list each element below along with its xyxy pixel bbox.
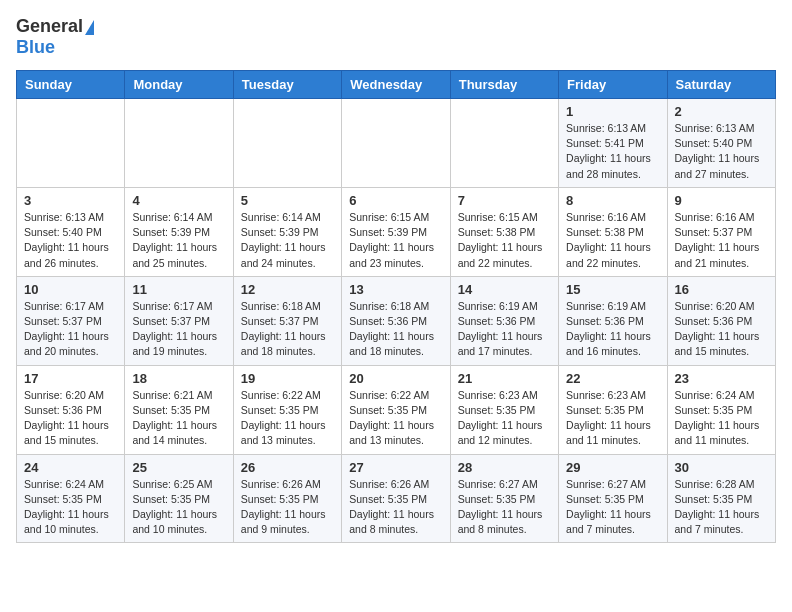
day-number: 21: [458, 371, 551, 386]
calendar-cell: 28Sunrise: 6:27 AM Sunset: 5:35 PM Dayli…: [450, 454, 558, 543]
day-info: Sunrise: 6:18 AM Sunset: 5:36 PM Dayligh…: [349, 299, 442, 360]
calendar-cell: 2Sunrise: 6:13 AM Sunset: 5:40 PM Daylig…: [667, 99, 775, 188]
calendar-cell: [17, 99, 125, 188]
calendar-cell: 17Sunrise: 6:20 AM Sunset: 5:36 PM Dayli…: [17, 365, 125, 454]
calendar-cell: 12Sunrise: 6:18 AM Sunset: 5:37 PM Dayli…: [233, 276, 341, 365]
calendar-cell: 23Sunrise: 6:24 AM Sunset: 5:35 PM Dayli…: [667, 365, 775, 454]
day-info: Sunrise: 6:23 AM Sunset: 5:35 PM Dayligh…: [458, 388, 551, 449]
calendar-cell: 21Sunrise: 6:23 AM Sunset: 5:35 PM Dayli…: [450, 365, 558, 454]
calendar-cell: 22Sunrise: 6:23 AM Sunset: 5:35 PM Dayli…: [559, 365, 667, 454]
logo: General Blue: [16, 16, 94, 58]
calendar-cell: 30Sunrise: 6:28 AM Sunset: 5:35 PM Dayli…: [667, 454, 775, 543]
day-number: 3: [24, 193, 117, 208]
day-info: Sunrise: 6:19 AM Sunset: 5:36 PM Dayligh…: [566, 299, 659, 360]
day-info: Sunrise: 6:22 AM Sunset: 5:35 PM Dayligh…: [349, 388, 442, 449]
day-info: Sunrise: 6:13 AM Sunset: 5:40 PM Dayligh…: [675, 121, 768, 182]
day-number: 25: [132, 460, 225, 475]
day-info: Sunrise: 6:13 AM Sunset: 5:41 PM Dayligh…: [566, 121, 659, 182]
calendar-cell: 20Sunrise: 6:22 AM Sunset: 5:35 PM Dayli…: [342, 365, 450, 454]
day-info: Sunrise: 6:24 AM Sunset: 5:35 PM Dayligh…: [24, 477, 117, 538]
day-info: Sunrise: 6:24 AM Sunset: 5:35 PM Dayligh…: [675, 388, 768, 449]
day-number: 29: [566, 460, 659, 475]
calendar-week-row: 17Sunrise: 6:20 AM Sunset: 5:36 PM Dayli…: [17, 365, 776, 454]
day-info: Sunrise: 6:15 AM Sunset: 5:38 PM Dayligh…: [458, 210, 551, 271]
weekday-header-sunday: Sunday: [17, 71, 125, 99]
calendar-cell: 4Sunrise: 6:14 AM Sunset: 5:39 PM Daylig…: [125, 187, 233, 276]
day-info: Sunrise: 6:18 AM Sunset: 5:37 PM Dayligh…: [241, 299, 334, 360]
day-number: 7: [458, 193, 551, 208]
calendar-cell: 9Sunrise: 6:16 AM Sunset: 5:37 PM Daylig…: [667, 187, 775, 276]
day-number: 22: [566, 371, 659, 386]
day-number: 12: [241, 282, 334, 297]
day-number: 20: [349, 371, 442, 386]
day-info: Sunrise: 6:13 AM Sunset: 5:40 PM Dayligh…: [24, 210, 117, 271]
day-number: 17: [24, 371, 117, 386]
day-number: 6: [349, 193, 442, 208]
day-number: 11: [132, 282, 225, 297]
day-info: Sunrise: 6:27 AM Sunset: 5:35 PM Dayligh…: [458, 477, 551, 538]
day-number: 18: [132, 371, 225, 386]
weekday-header-thursday: Thursday: [450, 71, 558, 99]
day-info: Sunrise: 6:17 AM Sunset: 5:37 PM Dayligh…: [24, 299, 117, 360]
calendar-cell: 10Sunrise: 6:17 AM Sunset: 5:37 PM Dayli…: [17, 276, 125, 365]
calendar-cell: 19Sunrise: 6:22 AM Sunset: 5:35 PM Dayli…: [233, 365, 341, 454]
calendar-cell: 5Sunrise: 6:14 AM Sunset: 5:39 PM Daylig…: [233, 187, 341, 276]
weekday-header-wednesday: Wednesday: [342, 71, 450, 99]
weekday-header-monday: Monday: [125, 71, 233, 99]
calendar-cell: 7Sunrise: 6:15 AM Sunset: 5:38 PM Daylig…: [450, 187, 558, 276]
day-info: Sunrise: 6:27 AM Sunset: 5:35 PM Dayligh…: [566, 477, 659, 538]
calendar-cell: [125, 99, 233, 188]
day-info: Sunrise: 6:17 AM Sunset: 5:37 PM Dayligh…: [132, 299, 225, 360]
day-number: 1: [566, 104, 659, 119]
day-number: 10: [24, 282, 117, 297]
day-info: Sunrise: 6:16 AM Sunset: 5:38 PM Dayligh…: [566, 210, 659, 271]
calendar-week-row: 10Sunrise: 6:17 AM Sunset: 5:37 PM Dayli…: [17, 276, 776, 365]
day-number: 30: [675, 460, 768, 475]
calendar-cell: 8Sunrise: 6:16 AM Sunset: 5:38 PM Daylig…: [559, 187, 667, 276]
day-number: 16: [675, 282, 768, 297]
day-info: Sunrise: 6:21 AM Sunset: 5:35 PM Dayligh…: [132, 388, 225, 449]
day-number: 8: [566, 193, 659, 208]
day-info: Sunrise: 6:19 AM Sunset: 5:36 PM Dayligh…: [458, 299, 551, 360]
day-number: 19: [241, 371, 334, 386]
page-header: General Blue: [16, 16, 776, 58]
calendar-cell: 18Sunrise: 6:21 AM Sunset: 5:35 PM Dayli…: [125, 365, 233, 454]
calendar-cell: 13Sunrise: 6:18 AM Sunset: 5:36 PM Dayli…: [342, 276, 450, 365]
day-info: Sunrise: 6:22 AM Sunset: 5:35 PM Dayligh…: [241, 388, 334, 449]
day-number: 9: [675, 193, 768, 208]
calendar-cell: [450, 99, 558, 188]
day-number: 15: [566, 282, 659, 297]
day-number: 23: [675, 371, 768, 386]
day-info: Sunrise: 6:15 AM Sunset: 5:39 PM Dayligh…: [349, 210, 442, 271]
day-info: Sunrise: 6:16 AM Sunset: 5:37 PM Dayligh…: [675, 210, 768, 271]
calendar-cell: 1Sunrise: 6:13 AM Sunset: 5:41 PM Daylig…: [559, 99, 667, 188]
calendar-cell: 14Sunrise: 6:19 AM Sunset: 5:36 PM Dayli…: [450, 276, 558, 365]
calendar-cell: [233, 99, 341, 188]
day-number: 26: [241, 460, 334, 475]
calendar-cell: 29Sunrise: 6:27 AM Sunset: 5:35 PM Dayli…: [559, 454, 667, 543]
weekday-header-row: SundayMondayTuesdayWednesdayThursdayFrid…: [17, 71, 776, 99]
calendar-cell: 3Sunrise: 6:13 AM Sunset: 5:40 PM Daylig…: [17, 187, 125, 276]
calendar-week-row: 24Sunrise: 6:24 AM Sunset: 5:35 PM Dayli…: [17, 454, 776, 543]
logo-text-general: General: [16, 16, 83, 37]
day-info: Sunrise: 6:26 AM Sunset: 5:35 PM Dayligh…: [241, 477, 334, 538]
logo-triangle-icon: [85, 20, 94, 35]
day-number: 5: [241, 193, 334, 208]
day-number: 24: [24, 460, 117, 475]
calendar-cell: 11Sunrise: 6:17 AM Sunset: 5:37 PM Dayli…: [125, 276, 233, 365]
calendar-cell: 27Sunrise: 6:26 AM Sunset: 5:35 PM Dayli…: [342, 454, 450, 543]
calendar-week-row: 1Sunrise: 6:13 AM Sunset: 5:41 PM Daylig…: [17, 99, 776, 188]
calendar-cell: 26Sunrise: 6:26 AM Sunset: 5:35 PM Dayli…: [233, 454, 341, 543]
day-number: 27: [349, 460, 442, 475]
day-info: Sunrise: 6:20 AM Sunset: 5:36 PM Dayligh…: [24, 388, 117, 449]
day-number: 14: [458, 282, 551, 297]
calendar-week-row: 3Sunrise: 6:13 AM Sunset: 5:40 PM Daylig…: [17, 187, 776, 276]
day-number: 4: [132, 193, 225, 208]
day-number: 2: [675, 104, 768, 119]
day-info: Sunrise: 6:14 AM Sunset: 5:39 PM Dayligh…: [132, 210, 225, 271]
day-info: Sunrise: 6:25 AM Sunset: 5:35 PM Dayligh…: [132, 477, 225, 538]
calendar-table: SundayMondayTuesdayWednesdayThursdayFrid…: [16, 70, 776, 543]
day-number: 13: [349, 282, 442, 297]
weekday-header-saturday: Saturday: [667, 71, 775, 99]
day-info: Sunrise: 6:28 AM Sunset: 5:35 PM Dayligh…: [675, 477, 768, 538]
